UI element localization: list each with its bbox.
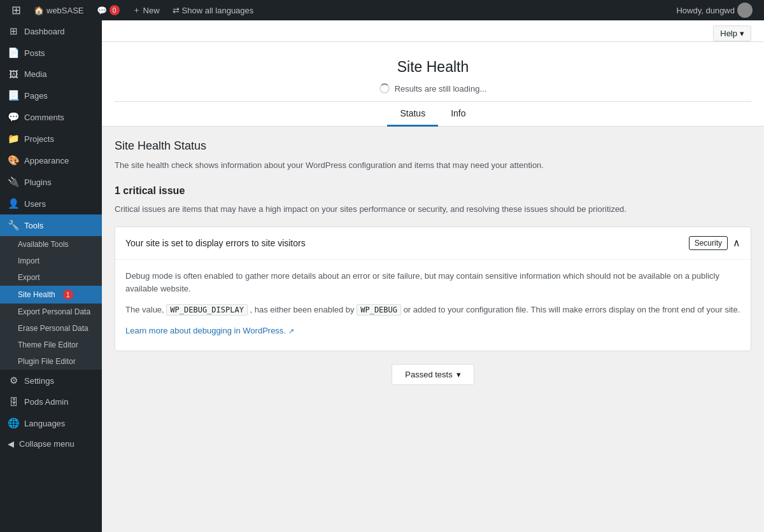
critical-desc: Critical issues are items that may have … <box>115 203 751 216</box>
submenu-theme-file-editor[interactable]: Theme File Editor <box>0 337 102 353</box>
sidebar-label-settings: Settings <box>24 376 54 386</box>
comments-icon: 💬 <box>97 6 107 15</box>
sidebar-item-projects[interactable]: 📁Projects <box>0 128 102 150</box>
sidebar-item-comments[interactable]: 💬Comments <box>0 106 102 128</box>
languages-icon: ⇄ <box>173 6 180 15</box>
tab-status[interactable]: Status <box>387 102 438 127</box>
submenu-label-import: Import <box>18 256 39 265</box>
content-body: Site Health Status The site health check… <box>102 127 764 410</box>
site-name-link[interactable]: 🏠 webSASE <box>27 0 90 20</box>
tab-info[interactable]: Info <box>438 102 478 127</box>
pages-icon: 📃 <box>8 90 19 101</box>
sidebar-item-pages[interactable]: 📃Pages <box>0 85 102 106</box>
collapse-label: Collapse menu <box>19 439 74 449</box>
tools-icon: 🔧 <box>8 220 19 231</box>
sidebar-label-tools: Tools <box>24 221 43 230</box>
submenu-import[interactable]: Import <box>0 253 102 269</box>
passed-tests-chevron-icon: ▾ <box>456 370 461 379</box>
sidebar-item-media[interactable]: 🖼Media <box>0 64 102 85</box>
site-name-icon: 🏠 <box>34 6 44 15</box>
issue-card-title: Your site is set to display errors to si… <box>125 238 306 248</box>
admin-bar: ⊞ 🏠 webSASE 💬 0 ＋ New ⇄ Show all languag… <box>0 0 764 20</box>
sidebar-item-dashboard[interactable]: ⊞Dashboard <box>0 20 102 42</box>
avatar-icon <box>737 3 753 18</box>
submenu-site-health[interactable]: Site Health 1 <box>0 286 102 304</box>
page-title: Site Health <box>115 48 751 83</box>
submenu-export-personal-data[interactable]: Export Personal Data <box>0 304 102 320</box>
collapse-icon: ◀ <box>8 439 14 449</box>
section-title: Site Health Status <box>115 139 751 153</box>
sidebar-label-comments: Comments <box>24 113 64 122</box>
issue-body-para2: The value, WP_DEBUG_DISPLAY , has either… <box>125 304 740 317</box>
sidebar-item-posts[interactable]: 📄Posts <box>0 42 102 64</box>
passed-tests-row: Passed tests ▾ <box>115 351 751 398</box>
sidebar-label-pods-admin: Pods Admin <box>24 397 68 407</box>
languages-label: Show all languages <box>182 6 254 15</box>
submenu-label-available-tools: Available Tools <box>18 240 69 249</box>
page-header: Site Health Results are still loading...… <box>102 42 764 127</box>
sidebar: ⊞Dashboard 📄Posts 🖼Media 📃Pages 💬Comment… <box>0 20 102 532</box>
sidebar-item-settings[interactable]: ⚙Settings <box>0 370 102 391</box>
submenu-label-plugin-file-editor: Plugin File Editor <box>18 357 76 366</box>
section-desc: The site health check shows information … <box>115 159 751 172</box>
body-para2-before: The value, <box>125 305 166 314</box>
submenu-export[interactable]: Export <box>0 269 102 286</box>
pods-admin-icon: 🗄 <box>8 396 19 407</box>
sidebar-item-plugins[interactable]: 🔌Plugins <box>0 171 102 193</box>
body-para2-after: or added to your configuration file. Thi… <box>401 305 740 314</box>
sidebar-label-projects: Projects <box>24 134 54 144</box>
body-para2-mid: , has either been enabled by <box>248 305 357 314</box>
submenu-label-export-personal-data: Export Personal Data <box>18 307 90 316</box>
security-badge: Security <box>689 236 728 250</box>
media-icon: 🖼 <box>8 69 19 80</box>
sidebar-item-tools[interactable]: 🔧Tools Available Tools Import Export Sit… <box>0 214 102 370</box>
howdy-text: Howdy, dungwd <box>676 6 735 15</box>
tab-status-label: Status <box>400 108 425 118</box>
submenu-erase-personal-data[interactable]: Erase Personal Data <box>0 320 102 337</box>
comments-badge: 0 <box>110 5 120 15</box>
languages-link[interactable]: ⇄ Show all languages <box>166 0 260 20</box>
passed-tests-button[interactable]: Passed tests ▾ <box>392 364 474 385</box>
collapse-menu[interactable]: ◀ Collapse menu <box>0 434 102 454</box>
settings-icon: ⚙ <box>8 375 19 386</box>
comments-nav-icon: 💬 <box>8 111 19 123</box>
new-content-link[interactable]: ＋ New <box>126 0 166 20</box>
site-name-text: webSASE <box>46 6 84 15</box>
main-content: Help ▾ Site Health Results are still loa… <box>102 20 764 532</box>
sidebar-label-plugins: Plugins <box>24 178 52 187</box>
help-area: Help ▾ <box>102 20 764 42</box>
sidebar-label-appearance: Appearance <box>24 156 69 165</box>
dashboard-icon: ⊞ <box>8 25 19 37</box>
wp-logo-icon: ⊞ <box>11 3 21 17</box>
howdy-link[interactable]: Howdy, dungwd <box>670 0 759 20</box>
wp-logo[interactable]: ⊞ <box>5 0 27 20</box>
appearance-icon: 🎨 <box>8 155 19 166</box>
comments-link[interactable]: 💬 0 <box>90 0 126 20</box>
help-button[interactable]: Help ▾ <box>713 25 751 41</box>
loading-row: Results are still loading... <box>115 83 751 101</box>
issue-collapse-button[interactable]: ∧ <box>733 237 740 249</box>
plugins-icon: 🔌 <box>8 176 19 188</box>
sidebar-item-pods-admin[interactable]: 🗄Pods Admin <box>0 391 102 412</box>
submenu-plugin-file-editor[interactable]: Plugin File Editor <box>0 353 102 370</box>
sidebar-item-users[interactable]: 👤Users <box>0 193 102 214</box>
submenu-label-export: Export <box>18 273 40 282</box>
sidebar-label-posts: Posts <box>24 48 45 58</box>
loading-spinner <box>379 83 390 94</box>
sidebar-item-languages[interactable]: 🌐Languages <box>0 412 102 434</box>
tabs-row: Status Info <box>115 101 751 126</box>
sidebar-label-pages: Pages <box>24 91 48 101</box>
submenu-label-theme-file-editor: Theme File Editor <box>18 340 78 349</box>
critical-heading: 1 critical issue <box>115 185 751 197</box>
issue-body-para1: Debug mode is often enabled to gather mo… <box>125 270 740 297</box>
submenu-available-tools[interactable]: Available Tools <box>0 236 102 253</box>
code-wp-debug: WP_DEBUG <box>357 304 401 316</box>
help-chevron-icon: ▾ <box>740 29 744 38</box>
sidebar-item-appearance[interactable]: 🎨Appearance <box>0 150 102 171</box>
issue-card-header: Your site is set to display errors to si… <box>115 227 751 259</box>
sidebar-label-users: Users <box>24 199 46 209</box>
tab-info-label: Info <box>451 108 465 118</box>
learn-more-link[interactable]: Learn more about debugging in WordPress.… <box>125 326 294 335</box>
projects-icon: 📁 <box>8 133 19 144</box>
users-icon: 👤 <box>8 198 19 209</box>
